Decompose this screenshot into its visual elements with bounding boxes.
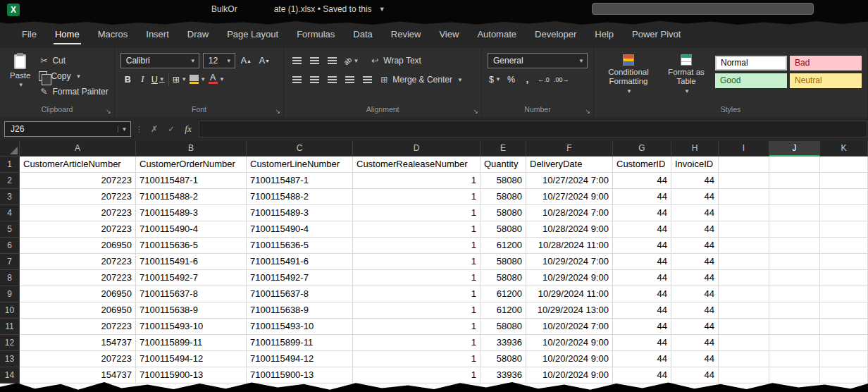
row-header-6[interactable]: 6 bbox=[0, 238, 20, 254]
cell-H13[interactable]: 44 bbox=[671, 351, 719, 367]
middle-align-button[interactable] bbox=[307, 54, 322, 68]
cell-C12[interactable]: 7100115899-11 bbox=[247, 335, 353, 351]
cell-E11[interactable]: 58080 bbox=[480, 319, 526, 335]
select-all-button[interactable] bbox=[0, 141, 20, 157]
tab-draw[interactable]: Draw bbox=[178, 20, 218, 48]
cell-I10[interactable] bbox=[719, 302, 769, 319]
cell-J5[interactable] bbox=[769, 221, 820, 238]
cell-F10[interactable]: 10/29/2024 13:00 bbox=[526, 302, 613, 319]
cell-A9[interactable]: 206950 bbox=[20, 286, 136, 302]
cell-D8[interactable]: 1 bbox=[353, 270, 480, 286]
cell-A3[interactable]: 207223 bbox=[20, 189, 136, 205]
cell-B10[interactable]: 7100115638-9 bbox=[136, 302, 247, 319]
cell-I5[interactable] bbox=[719, 221, 769, 238]
cell-K10[interactable] bbox=[820, 302, 868, 319]
cell-F5[interactable]: 10/28/2024 9:00 bbox=[526, 221, 613, 238]
tab-file[interactable]: File bbox=[13, 20, 46, 48]
tab-page-layout[interactable]: Page Layout bbox=[218, 20, 287, 48]
cell-I1[interactable] bbox=[719, 157, 769, 173]
cell-A4[interactable]: 207223 bbox=[20, 205, 136, 221]
number-format-combo[interactable]: General ▼ bbox=[488, 53, 588, 68]
cell-F14[interactable]: 10/20/2024 9:00 bbox=[526, 367, 613, 384]
decrease-indent-button[interactable] bbox=[342, 73, 357, 87]
font-size-combo[interactable]: 12 ▼ bbox=[203, 53, 235, 68]
cell-J8[interactable] bbox=[769, 270, 820, 286]
cell-A14[interactable]: 154737 bbox=[20, 367, 136, 384]
row-header-11[interactable]: 11 bbox=[0, 319, 20, 335]
cell-D4[interactable]: 1 bbox=[353, 205, 480, 221]
column-header-A[interactable]: A bbox=[20, 141, 136, 157]
cell-C9[interactable]: 7100115637-8 bbox=[247, 286, 353, 302]
search-box[interactable] bbox=[592, 3, 814, 15]
cell-J9[interactable] bbox=[769, 286, 820, 302]
cell-H1[interactable]: InvoiceID bbox=[671, 157, 719, 173]
cell-H8[interactable]: 44 bbox=[671, 270, 719, 286]
cell-E2[interactable]: 58080 bbox=[480, 173, 526, 189]
number-dialog-launcher-icon[interactable]: ↘ bbox=[585, 108, 590, 115]
cell-I3[interactable] bbox=[719, 189, 769, 205]
cell-E3[interactable]: 58080 bbox=[480, 189, 526, 205]
cell-A11[interactable]: 207223 bbox=[20, 319, 136, 335]
cell-D6[interactable]: 1 bbox=[353, 238, 480, 254]
cell-A12[interactable]: 154737 bbox=[20, 335, 136, 351]
cell-K4[interactable] bbox=[820, 205, 868, 221]
cell-D2[interactable]: 1 bbox=[353, 173, 480, 189]
cell-B1[interactable]: CustomerOrderNumber bbox=[136, 157, 247, 173]
formula-bar-handle[interactable]: ⋮ bbox=[135, 125, 144, 134]
row-header-3[interactable]: 3 bbox=[0, 189, 20, 205]
cell-J3[interactable] bbox=[769, 189, 820, 205]
column-header-E[interactable]: E bbox=[480, 141, 526, 157]
cell-B11[interactable]: 7100115493-10 bbox=[136, 319, 247, 335]
tab-insert[interactable]: Insert bbox=[137, 20, 178, 48]
cell-D9[interactable]: 1 bbox=[353, 286, 480, 302]
increase-font-size-button[interactable]: A▲ bbox=[239, 54, 254, 68]
format-as-table-button[interactable]: Format as Table ▼ bbox=[662, 53, 711, 104]
cell-I13[interactable] bbox=[719, 351, 769, 367]
tab-home[interactable]: Home bbox=[46, 20, 89, 48]
cell-D5[interactable]: 1 bbox=[353, 221, 480, 238]
cell-F6[interactable]: 10/28/2024 11:00 bbox=[526, 238, 613, 254]
cell-K6[interactable] bbox=[820, 238, 868, 254]
cell-D1[interactable]: CustomerRealeaseNumber bbox=[353, 157, 480, 173]
cell-G10[interactable]: 44 bbox=[613, 302, 671, 319]
cell-I6[interactable] bbox=[719, 238, 769, 254]
cell-B5[interactable]: 7100115490-4 bbox=[136, 221, 247, 238]
cell-H6[interactable]: 44 bbox=[671, 238, 719, 254]
cell-C10[interactable]: 7100115638-9 bbox=[247, 302, 353, 319]
cell-H7[interactable]: 44 bbox=[671, 254, 719, 270]
cell-B2[interactable]: 7100115487-1 bbox=[136, 173, 247, 189]
cell-E13[interactable]: 58080 bbox=[480, 351, 526, 367]
cell-E14[interactable]: 33936 bbox=[480, 367, 526, 384]
cell-A8[interactable]: 207223 bbox=[20, 270, 136, 286]
cell-J10[interactable] bbox=[769, 302, 820, 319]
column-header-H[interactable]: H bbox=[671, 141, 719, 157]
cell-F3[interactable]: 10/27/2024 9:00 bbox=[526, 189, 613, 205]
cell-G2[interactable]: 44 bbox=[613, 173, 671, 189]
cell-A10[interactable]: 206950 bbox=[20, 302, 136, 319]
cell-E1[interactable]: Quantity bbox=[480, 157, 526, 173]
cell-J14[interactable] bbox=[769, 367, 820, 384]
row-header-4[interactable]: 4 bbox=[0, 205, 20, 221]
cell-C13[interactable]: 7100115494-12 bbox=[247, 351, 353, 367]
cell-E6[interactable]: 61200 bbox=[480, 238, 526, 254]
tab-view[interactable]: View bbox=[430, 20, 468, 48]
row-header-8[interactable]: 8 bbox=[0, 270, 20, 286]
cell-G4[interactable]: 44 bbox=[613, 205, 671, 221]
row-header-7[interactable]: 7 bbox=[0, 254, 20, 270]
cell-E12[interactable]: 33936 bbox=[480, 335, 526, 351]
cell-A2[interactable]: 207223 bbox=[20, 173, 136, 189]
cell-C11[interactable]: 7100115493-10 bbox=[247, 319, 353, 335]
cell-G11[interactable]: 44 bbox=[613, 319, 671, 335]
cell-G7[interactable]: 44 bbox=[613, 254, 671, 270]
cell-H4[interactable]: 44 bbox=[671, 205, 719, 221]
cell-I14[interactable] bbox=[719, 367, 769, 384]
cell-F8[interactable]: 10/29/2024 9:00 bbox=[526, 270, 613, 286]
tab-review[interactable]: Review bbox=[382, 20, 430, 48]
cell-B13[interactable]: 7100115494-12 bbox=[136, 351, 247, 367]
cell-C1[interactable]: CustomerLineNumber bbox=[247, 157, 353, 173]
cell-K1[interactable] bbox=[820, 157, 868, 173]
style-good[interactable]: Good bbox=[715, 73, 787, 88]
cell-J7[interactable] bbox=[769, 254, 820, 270]
underline-button[interactable]: U▼ bbox=[150, 72, 166, 87]
cell-E7[interactable]: 58080 bbox=[480, 254, 526, 270]
